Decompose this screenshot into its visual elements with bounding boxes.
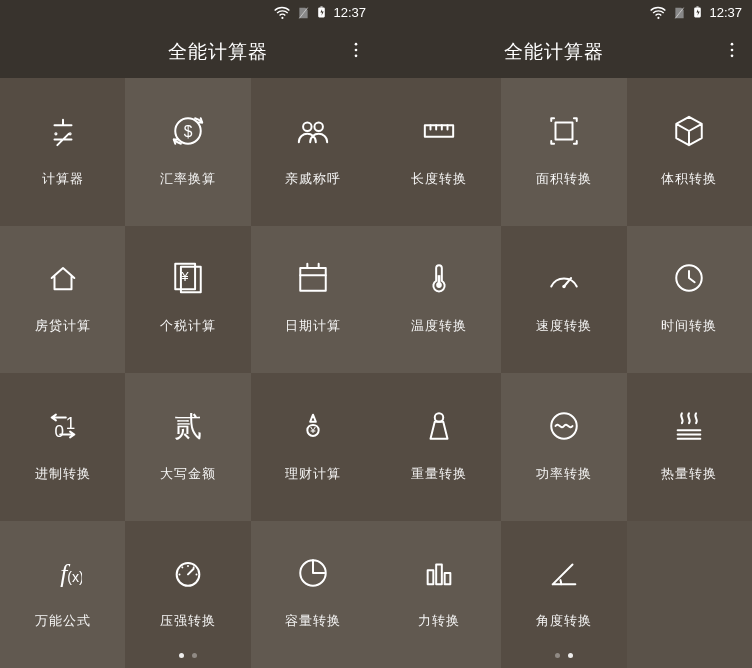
tile-label: 个税计算 [160,317,216,335]
tool-grid: 长度转换面积转换体积转换温度转换速度转换时间转换重量转换功率转换热量转换力转换角… [376,78,752,668]
weight-icon [415,405,463,447]
more-menu-button[interactable] [722,39,742,65]
tile-time[interactable]: 时间转换 [627,226,752,374]
tax-icon [164,257,212,299]
length-icon [415,110,463,152]
tile-currency[interactable]: 汇率换算 [125,78,250,226]
radix-icon [39,405,87,447]
tile-label: 热量转换 [661,465,717,483]
wifi-icon [273,5,291,21]
relatives-icon [289,110,337,152]
app-title: 全能计算器 [168,39,268,65]
tile-relatives[interactable]: 亲戚称呼 [251,78,376,226]
wifi-icon [649,5,667,21]
tile-radix[interactable]: 进制转换 [0,373,125,521]
tile-label: 万能公式 [35,612,91,630]
tile-label: 大写金额 [160,465,216,483]
tile-mortgage[interactable]: 房贷计算 [0,226,125,374]
tile-length[interactable]: 长度转换 [376,78,501,226]
tile-label: 进制转换 [35,465,91,483]
tile-calculator[interactable]: 计算器 [0,78,125,226]
tile-area[interactable]: 面积转换 [501,78,626,226]
clock: 12:37 [709,5,742,20]
power-icon [540,405,588,447]
page-indicator [0,646,376,664]
tile-label: 汇率换算 [160,170,216,188]
tile-label: 容量转换 [285,612,341,630]
app-bar: 全能计算器 [0,25,376,78]
tile-label: 长度转换 [411,170,467,188]
pressure-icon [164,552,212,594]
tile-temperature[interactable]: 温度转换 [376,226,501,374]
app-bar: 全能计算器 [376,25,752,78]
finance-icon [289,405,337,447]
page-dot [555,653,560,658]
calculator-icon [39,110,87,152]
tile-label: 温度转换 [411,317,467,335]
speed-icon [540,257,588,299]
page-dot [568,653,573,658]
volume-icon [665,110,713,152]
tile-speed[interactable]: 速度转换 [501,226,626,374]
tile-weight[interactable]: 重量转换 [376,373,501,521]
tile-label: 压强转换 [160,612,216,630]
phone-screen-right: 12:37 全能计算器 长度转换面积转换体积转换温度转换速度转换时间转换重量转换… [376,0,752,668]
cn-amount-icon [164,405,212,447]
battery-icon [692,4,703,21]
time-icon [665,257,713,299]
tile-tax[interactable]: 个税计算 [125,226,250,374]
tile-heat[interactable]: 热量转换 [627,373,752,521]
currency-icon [164,110,212,152]
tile-label: 日期计算 [285,317,341,335]
tile-label: 面积转换 [536,170,592,188]
clock: 12:37 [333,5,366,20]
volume-cap-icon [289,552,337,594]
tile-label: 理财计算 [285,465,341,483]
area-icon [540,110,588,152]
date-icon [289,257,337,299]
tile-label: 时间转换 [661,317,717,335]
tile-label: 亲戚称呼 [285,170,341,188]
angle-icon [540,552,588,594]
mortgage-icon [39,257,87,299]
page-dot [179,653,184,658]
tile-label: 力转换 [418,612,460,630]
tile-volume[interactable]: 体积转换 [627,78,752,226]
heat-icon [665,405,713,447]
tile-cn-amount[interactable]: 大写金额 [125,373,250,521]
battery-icon [316,4,327,21]
tile-label: 房贷计算 [35,317,91,335]
tile-finance[interactable]: 理财计算 [251,373,376,521]
temperature-icon [415,257,463,299]
app-title: 全能计算器 [504,39,604,65]
sim-icon [673,5,686,21]
more-menu-button[interactable] [346,39,366,65]
tile-label: 体积转换 [661,170,717,188]
tile-power[interactable]: 功率转换 [501,373,626,521]
sim-icon [297,5,310,21]
tool-grid: 计算器汇率换算亲戚称呼房贷计算个税计算日期计算进制转换大写金额理财计算万能公式压… [0,78,376,668]
force-icon [415,552,463,594]
tile-label: 角度转换 [536,612,592,630]
tile-label: 计算器 [42,170,84,188]
status-bar: 12:37 [0,0,376,25]
page-dot [192,653,197,658]
phone-screen-left: 12:37 全能计算器 计算器汇率换算亲戚称呼房贷计算个税计算日期计算进制转换大… [0,0,376,668]
tile-label: 功率转换 [536,465,592,483]
page-indicator [376,646,752,664]
tile-label: 速度转换 [536,317,592,335]
status-bar: 12:37 [376,0,752,25]
tile-label: 重量转换 [411,465,467,483]
formula-icon [39,552,87,594]
tile-date[interactable]: 日期计算 [251,226,376,374]
